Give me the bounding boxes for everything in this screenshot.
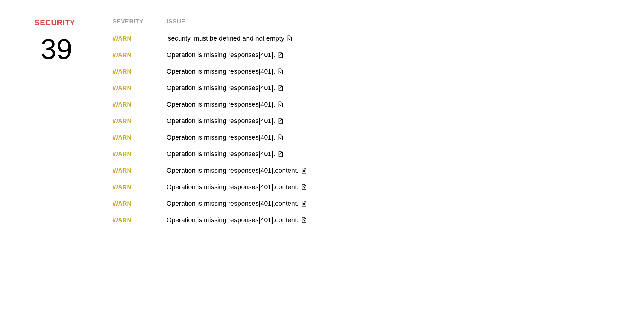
svg-line-15 <box>281 155 281 155</box>
svg-line-3 <box>281 56 281 56</box>
file-search-icon[interactable] <box>278 118 283 124</box>
table-row: WARN'security' must be defined and not e… <box>113 35 609 42</box>
svg-line-23 <box>304 221 305 222</box>
issue-text: Operation is missing responses[401].cont… <box>167 200 306 207</box>
svg-point-14 <box>280 154 281 155</box>
issue-text: Operation is missing responses[401]. <box>167 68 283 75</box>
svg-point-16 <box>303 170 304 171</box>
issue-message: Operation is missing responses[401]. <box>167 68 275 75</box>
svg-point-10 <box>280 121 281 122</box>
issue-text: Operation is missing responses[401]. <box>167 117 283 125</box>
table-row: WARNOperation is missing responses[401].… <box>113 167 609 174</box>
file-search-icon[interactable] <box>302 217 306 223</box>
severity-label: WARN <box>113 151 167 158</box>
issue-text: Operation is missing responses[401]. <box>167 101 283 108</box>
svg-point-4 <box>280 71 281 72</box>
issue-message: Operation is missing responses[401].cont… <box>167 183 299 191</box>
issue-text: Operation is missing responses[401].cont… <box>167 167 306 174</box>
svg-line-9 <box>281 105 281 106</box>
svg-line-11 <box>281 122 281 122</box>
header-severity: SEVERITY <box>113 18 167 25</box>
file-search-icon[interactable] <box>278 85 283 91</box>
issue-message: Operation is missing responses[401].cont… <box>167 200 299 207</box>
issue-message: Operation is missing responses[401]. <box>167 51 275 59</box>
issue-message: Operation is missing responses[401]. <box>167 101 275 108</box>
svg-point-0 <box>289 38 290 39</box>
table-row: WARNOperation is missing responses[401].… <box>113 216 609 224</box>
file-search-icon[interactable] <box>278 101 283 107</box>
issue-message: Operation is missing responses[401]. <box>167 134 275 141</box>
table-header: SEVERITY ISSUE <box>113 18 609 25</box>
issue-text: Operation is missing responses[401]. <box>167 134 283 141</box>
file-search-icon[interactable] <box>302 168 306 174</box>
svg-point-8 <box>280 104 281 105</box>
table-row: WARNOperation is missing responses[401]. <box>113 117 609 125</box>
table-row: WARNOperation is missing responses[401]. <box>113 101 609 108</box>
svg-point-12 <box>280 137 281 138</box>
severity-label: WARN <box>113 200 167 207</box>
file-search-icon[interactable] <box>278 68 283 74</box>
issue-text: 'security' must be defined and not empty <box>167 35 292 42</box>
svg-line-13 <box>281 138 281 139</box>
severity-label: WARN <box>113 85 167 92</box>
svg-line-21 <box>304 204 305 205</box>
issue-text: Operation is missing responses[401]. <box>167 84 283 92</box>
file-search-icon[interactable] <box>302 201 306 207</box>
table-row: WARNOperation is missing responses[401]. <box>113 51 609 59</box>
issues-list: WARN'security' must be defined and not e… <box>113 35 609 224</box>
svg-point-2 <box>280 55 281 56</box>
table-row: WARNOperation is missing responses[401]. <box>113 134 609 141</box>
file-search-icon[interactable] <box>278 52 283 58</box>
severity-label: WARN <box>113 217 167 224</box>
header-issue: ISSUE <box>167 18 185 25</box>
issue-text: Operation is missing responses[401]. <box>167 51 283 59</box>
file-search-icon[interactable] <box>278 151 283 157</box>
svg-point-22 <box>303 220 304 221</box>
report-container: SECURITY 39 SEVERITY ISSUE WARN'security… <box>35 18 609 233</box>
category-count: 39 <box>35 35 90 63</box>
issues-panel: SEVERITY ISSUE WARN'security' must be de… <box>113 18 609 233</box>
file-search-icon[interactable] <box>302 184 306 190</box>
svg-line-17 <box>304 171 305 172</box>
file-search-icon[interactable] <box>287 35 292 41</box>
table-row: WARNOperation is missing responses[401]. <box>113 68 609 75</box>
svg-line-7 <box>281 89 281 89</box>
issue-text: Operation is missing responses[401]. <box>167 150 283 158</box>
svg-line-1 <box>290 39 291 40</box>
svg-line-19 <box>304 188 305 189</box>
severity-label: WARN <box>113 101 167 108</box>
severity-label: WARN <box>113 167 167 174</box>
file-search-icon[interactable] <box>278 134 283 140</box>
issue-message: Operation is missing responses[401]. <box>167 117 275 125</box>
svg-point-18 <box>303 187 304 188</box>
issue-text: Operation is missing responses[401].cont… <box>167 183 306 191</box>
sidebar: SECURITY 39 <box>35 18 90 233</box>
severity-label: WARN <box>113 134 167 141</box>
issue-message: Operation is missing responses[401].cont… <box>167 167 299 174</box>
severity-label: WARN <box>113 184 167 191</box>
issue-message: 'security' must be defined and not empty <box>167 35 284 42</box>
table-row: WARNOperation is missing responses[401].… <box>113 183 609 191</box>
category-title: SECURITY <box>35 18 90 27</box>
severity-label: WARN <box>113 118 167 125</box>
severity-label: WARN <box>113 35 167 42</box>
svg-line-5 <box>281 72 281 73</box>
svg-point-6 <box>280 88 281 89</box>
table-row: WARNOperation is missing responses[401].… <box>113 200 609 207</box>
issue-text: Operation is missing responses[401].cont… <box>167 216 306 224</box>
issue-message: Operation is missing responses[401]. <box>167 84 275 92</box>
issue-message: Operation is missing responses[401]. <box>167 150 275 158</box>
severity-label: WARN <box>113 52 167 59</box>
severity-label: WARN <box>113 68 167 75</box>
svg-point-20 <box>303 203 304 204</box>
table-row: WARNOperation is missing responses[401]. <box>113 84 609 92</box>
issue-message: Operation is missing responses[401].cont… <box>167 216 299 224</box>
table-row: WARNOperation is missing responses[401]. <box>113 150 609 158</box>
